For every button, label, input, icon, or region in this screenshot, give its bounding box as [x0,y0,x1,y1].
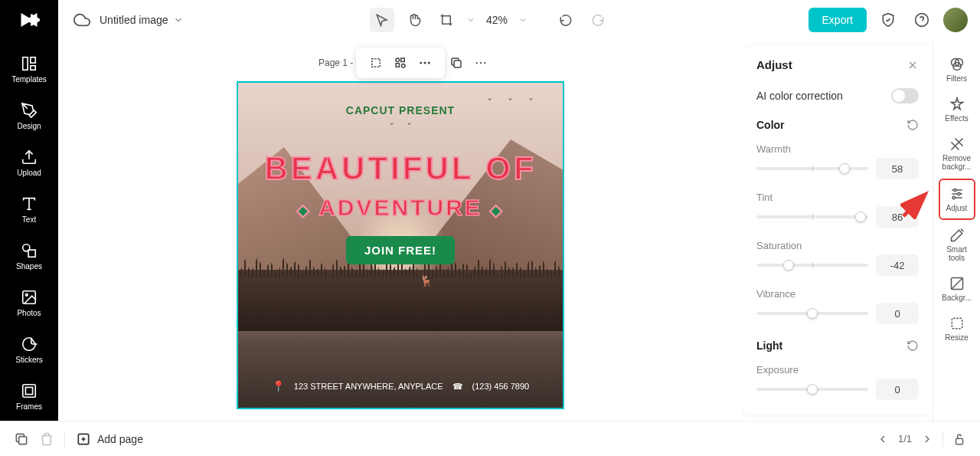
exposure-slider[interactable] [756,388,868,391]
prev-page-button[interactable] [877,433,889,445]
sidebar-item-smart-tools[interactable]: Smart tools [939,221,975,268]
svg-rect-45 [956,438,963,445]
svg-rect-3 [31,57,35,63]
close-icon[interactable] [906,59,919,71]
bird-decorations: ˅ ˅ [389,121,412,133]
add-page-label: Add page [97,433,143,445]
crop-icon[interactable] [367,54,385,72]
svg-point-18 [420,62,422,64]
color-section-title: Color [756,119,785,131]
saturation-value[interactable]: -42 [876,254,919,276]
sidebar-item-stickers[interactable]: Stickers [6,330,52,370]
sidebar-item-remove-bg[interactable]: Remove backgr... [939,130,975,177]
sidebar-item-adjust[interactable]: Adjust [939,179,975,220]
add-page-button[interactable]: Add page [76,431,143,447]
svg-rect-4 [31,66,35,71]
adjust-panel: Adjust AI color correction Color Warmth … [743,46,933,415]
export-button[interactable]: Export [808,8,867,32]
sidebar-item-label: Remove backgr... [939,154,975,171]
shield-icon[interactable] [876,8,900,32]
warmth-slider[interactable] [756,167,868,170]
poster-footer: 📍 123 STREET ANYWHERE, ANYPLACE ☎ (123) … [238,380,563,392]
sidebar-item-shapes[interactable]: Shapes [6,236,52,277]
svg-rect-21 [454,61,461,67]
help-icon[interactable] [910,8,934,32]
group-icon[interactable] [391,54,410,72]
sidebar-item-text[interactable]: Text [6,189,52,230]
sidebar-item-photos[interactable]: Photos [6,283,52,323]
page-more-icon[interactable] [472,54,490,72]
reset-color-icon[interactable] [906,119,919,131]
sidebar-item-filters[interactable]: Filters [939,51,975,89]
poster-address: 123 STREET ANYWHERE, ANYPLACE [294,382,443,391]
next-page-button[interactable] [921,433,933,445]
svg-point-22 [476,62,478,64]
reset-light-icon[interactable] [906,340,919,352]
pages-icon[interactable] [14,431,29,447]
sidebar-item-label: Backgr... [942,294,972,302]
more-icon[interactable] [416,54,434,72]
crop-tool[interactable] [434,8,459,32]
page-counter: 1/1 [898,433,912,445]
svg-rect-17 [396,64,400,67]
svg-point-24 [484,62,485,64]
sidebar-item-design[interactable]: Design [6,96,52,136]
sidebar-item-effects[interactable]: Effects [939,90,975,129]
page-number-label: Page 1 - [318,57,353,68]
right-sidebar: Filters Effects Remove backgr... Adjust … [933,40,980,421]
chevron-down-icon [173,15,184,25]
svg-line-37 [951,278,962,290]
document-title-dropdown[interactable]: Untitled image [100,14,184,26]
chevron-down-icon [518,15,528,25]
app-logo[interactable] [0,0,58,40]
saturation-slider[interactable] [756,264,868,267]
undo-button[interactable] [554,8,578,32]
ai-color-correction-toggle[interactable] [891,88,919,103]
document-title: Untitled image [100,14,168,26]
select-tool[interactable] [370,8,394,32]
zoom-level[interactable]: 42% [486,14,508,26]
sidebar-item-label: Design [17,122,41,130]
canvas-area: Page 1 - ˅ ˅ ˅ ˅ ˅ [58,40,743,421]
left-sidebar: Templates Design Upload Text Shapes Phot… [0,40,58,421]
topbar: Untitled image 42% Export [0,0,980,40]
exposure-value[interactable]: 0 [876,379,919,400]
sidebar-item-templates[interactable]: Templates [6,49,52,90]
sidebar-item-label: Effects [945,114,968,123]
vibrance-slider[interactable] [756,312,868,315]
cloud-sync-icon[interactable] [74,11,90,28]
sidebar-item-label: Adjust [946,204,968,212]
svg-point-33 [957,192,959,195]
warmth-value[interactable]: 58 [876,158,919,179]
panel-title: Adjust [756,58,792,71]
treeline-shape [238,270,563,331]
sidebar-item-label: Filters [946,74,967,83]
sidebar-item-resize[interactable]: Resize [939,310,975,348]
saturation-label: Saturation [756,240,919,251]
pin-icon: 📍 [272,380,285,392]
phone-icon: ☎ [452,382,463,392]
sidebar-item-label: Upload [17,169,41,177]
hand-tool[interactable] [402,8,426,32]
sidebar-item-frames[interactable]: Frames [6,376,52,417]
sidebar-item-label: Text [22,215,36,224]
sidebar-item-upload[interactable]: Upload [6,143,52,183]
lock-icon[interactable] [952,432,966,446]
tint-value[interactable]: 86 [876,206,919,228]
duplicate-page-icon[interactable] [447,54,466,72]
poster-phone: (123) 456 7890 [472,382,530,391]
tint-slider[interactable] [756,215,868,218]
canvas-toolbar: 42% [370,8,610,32]
delete-icon[interactable] [40,432,54,446]
sidebar-item-label: Resize [945,333,969,342]
user-avatar[interactable] [943,8,968,32]
redo-button[interactable] [586,8,610,32]
svg-rect-0 [443,16,451,25]
vibrance-value[interactable]: 0 [876,303,919,324]
svg-point-31 [953,189,956,191]
sidebar-item-background[interactable]: Backgr... [939,270,975,308]
sidebar-item-label: Stickers [15,356,43,364]
canvas[interactable]: ˅ ˅ ˅ ˅ ˅ 🦌 CAPCUT PRESENT BEAUTIFUL OF … [237,81,564,409]
bottom-bar: Add page 1/1 [0,421,980,456]
sidebar-item-label: Smart tools [939,245,975,262]
